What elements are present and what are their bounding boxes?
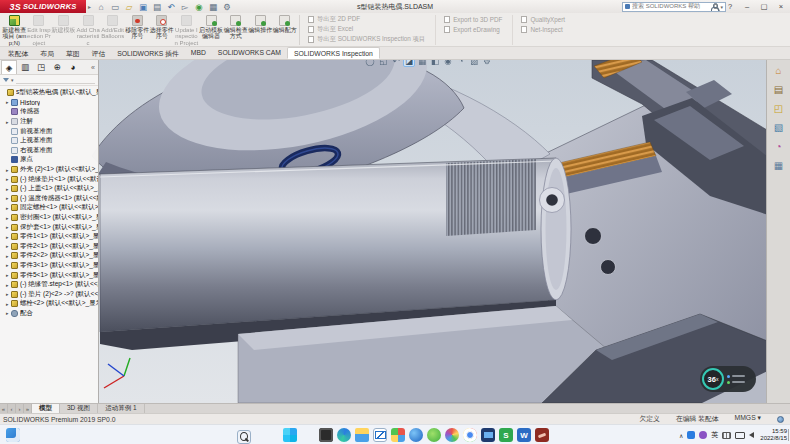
network-monitor-icon[interactable] (735, 432, 745, 439)
appearances-icon[interactable]: ◔ (770, 138, 788, 155)
featuremanager-tab[interactable]: ◈ (1, 60, 17, 74)
hide-show-items-icon[interactable]: ◉ (442, 60, 454, 67)
task-view[interactable] (319, 428, 333, 442)
ribbon-tab[interactable]: 装配体 (2, 47, 34, 59)
displaymanager-tab[interactable]: ◕ (65, 60, 81, 74)
file-explorer[interactable] (355, 428, 369, 442)
tree-item[interactable]: ▸ (-) 上盖<1> (默认<<默认>_显示状 (0, 184, 98, 194)
new-file-icon[interactable]: ▭ (109, 1, 121, 13)
app-s[interactable]: S (499, 428, 513, 442)
model-knurl-band[interactable] (446, 159, 536, 236)
chrome[interactable] (463, 428, 477, 442)
tree-item[interactable]: ▸ 螺栓<2> (默认<<默认>_显示状态 (0, 299, 98, 309)
export-button[interactable]: Export eDrawing (444, 25, 502, 34)
tree-filter[interactable]: ▾ (0, 75, 98, 86)
tree-item[interactable]: ▸ 保护套<1> (默认<<默认>_显示状 (0, 222, 98, 232)
start[interactable] (283, 428, 297, 442)
app-green[interactable] (427, 428, 441, 442)
design-library-icon[interactable]: ▤ (770, 81, 788, 98)
add-characteristic[interactable]: Add Characteristic (76, 14, 101, 46)
document-tab[interactable]: 运动算例 1 (98, 404, 144, 413)
remove-balloons[interactable]: 移除零件序号 (125, 14, 150, 46)
ribbon-tab[interactable]: 草图 (60, 47, 86, 59)
edit-inspection-project[interactable]: Edit Inspection Project (27, 14, 52, 46)
model-canvas[interactable] (0, 60, 790, 403)
ribbon-tab[interactable]: 评估 (86, 47, 112, 59)
tree-item[interactable]: 右视基准面 (0, 146, 98, 156)
widgets-icon[interactable] (6, 428, 20, 442)
fps-widget[interactable]: 36x (700, 366, 756, 392)
view-orientation-icon[interactable]: ▦ (416, 60, 428, 67)
select-icon[interactable]: ▻ (179, 1, 191, 13)
help-button[interactable]: ? (725, 2, 735, 11)
model-hole-2[interactable] (601, 260, 616, 275)
export-button[interactable]: Export to 3D PDF (444, 15, 502, 24)
ribbon-tab[interactable]: SOLIDWORKS 插件 (111, 47, 185, 59)
ribbon-tab[interactable]: SOLIDWORKS Inspection (287, 47, 380, 59)
ime-language-indicator[interactable]: 英 (711, 430, 718, 440)
zoom-fit-icon[interactable]: ◯ (364, 60, 376, 67)
export-button[interactable]: 导出至 Excel (308, 25, 425, 34)
tree-item[interactable]: ▸ (-) 温度传感器<1> (默认<<默认>_ (0, 194, 98, 204)
tree-root-item[interactable]: s型铠装热电偶 (默认<默认_显示状态-1 (0, 88, 98, 98)
tree-item[interactable]: ▸ 零件5<1> (默认<<默认>_显示状态 (0, 270, 98, 280)
update-inspection-project[interactable]: Update Inspection Project (174, 14, 199, 46)
section-view-icon[interactable]: ◪ (403, 60, 415, 67)
options-icon[interactable]: ⚙ (221, 1, 233, 13)
photos[interactable] (391, 428, 405, 442)
view-palette-icon[interactable]: ▧ (770, 119, 788, 136)
close-button[interactable]: × (776, 2, 786, 11)
solidworks-resources-icon[interactable]: ⌂ (770, 62, 788, 79)
undo-icon[interactable]: ↶ (165, 1, 177, 13)
print-icon[interactable]: ▤ (151, 1, 163, 13)
tray-app-icon-blue[interactable] (687, 431, 695, 439)
tray-app-icon-purple[interactable] (699, 431, 707, 439)
edit-inspection-methods[interactable]: 编辑检查方式 (223, 14, 248, 46)
rebuild-icon[interactable]: ◉ (193, 1, 205, 13)
tree-item[interactable]: 上视基准面 (0, 136, 98, 146)
tree-item[interactable]: ▸ (-) 绝缘管.step<1> (默认<<默认 (0, 280, 98, 290)
home-icon[interactable]: ⌂ (95, 1, 107, 13)
edge[interactable] (337, 428, 351, 442)
tray-overflow-chevron[interactable]: ∧ (679, 432, 683, 439)
tree-item[interactable]: ▸ 注解 (0, 117, 98, 127)
edit-operations[interactable]: 编辑操作 (248, 14, 273, 46)
file-properties-icon[interactable]: ▦ (207, 1, 219, 13)
tree-item[interactable]: ▸ 配合 (0, 309, 98, 319)
tab-scroll-button[interactable]: » (24, 404, 32, 413)
export-button[interactable]: QualityXpert (521, 15, 565, 24)
tree-item[interactable]: ▸ 零件3<1> (默认<<默认>_显示状态 (0, 261, 98, 271)
add-edit-balloons[interactable]: Add/Edit Balloons (100, 14, 125, 46)
restore-button[interactable]: ▢ (759, 2, 769, 11)
export-button[interactable]: 导出至 2D PDF (308, 15, 425, 24)
display-style-icon[interactable]: ◧ (429, 60, 441, 67)
menu-expand-arrow[interactable]: ▸ (88, 3, 91, 10)
status-globe-icon[interactable] (777, 416, 784, 423)
propertymanager-tab[interactable]: ▥ (17, 60, 33, 74)
apply-scene-icon[interactable]: ▨ (468, 60, 480, 67)
save-icon[interactable]: ▣ (137, 1, 149, 13)
volume-icon[interactable] (749, 432, 754, 438)
edit-appearance-icon[interactable]: ◔ (455, 60, 467, 67)
monitor-app[interactable] (481, 428, 495, 442)
export-button[interactable]: Net-Inspect (521, 25, 565, 34)
search[interactable] (237, 430, 251, 444)
tab-scroll-button[interactable]: ‹ (8, 404, 16, 413)
custom-properties-icon[interactable]: ▦ (770, 157, 788, 174)
panel-collapse-arrow[interactable]: « (88, 64, 98, 71)
browser-blue[interactable] (409, 428, 423, 442)
ribbon-tab[interactable]: 布局 (34, 47, 60, 59)
tree-item[interactable]: ▸ (-) 垫片 (2)<2> ->? (默认<<默认 (0, 289, 98, 299)
ribbon-tab[interactable]: MBD (185, 47, 212, 59)
view-settings-icon[interactable]: ⚙ (481, 60, 493, 67)
document-tab[interactable]: 3D 视图 (60, 404, 98, 413)
tree-item[interactable]: ▸ History (0, 98, 98, 108)
tree-item[interactable]: ▸ 零件1<1> (默认<<默认>_显示状态 (0, 232, 98, 242)
launch-template-editor[interactable]: 启动模板编辑器 (199, 14, 224, 46)
tree-item[interactable]: 前视基准面 (0, 126, 98, 136)
document-tab[interactable]: 模型 (32, 404, 60, 413)
new-template[interactable]: 新建模板 (51, 14, 76, 46)
configurationmanager-tab[interactable]: ◳ (33, 60, 49, 74)
tab-scroll-button[interactable]: › (16, 404, 24, 413)
open-file-icon[interactable]: ▱ (123, 1, 135, 13)
